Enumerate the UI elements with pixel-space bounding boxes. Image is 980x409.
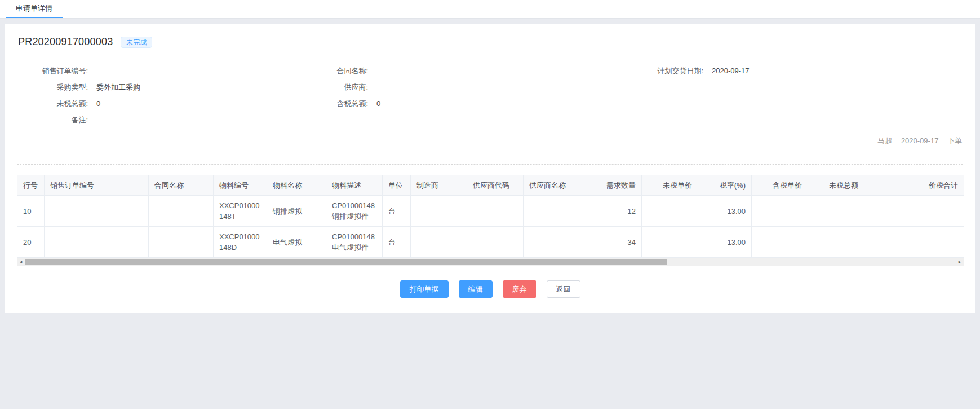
- table-cell: [467, 196, 524, 227]
- field-label: 采购类型:: [21, 82, 88, 93]
- creator-line: 马超 2020-09-17 下单: [17, 136, 963, 146]
- table-cell: [467, 227, 524, 258]
- field-purchase-type: 采购类型: 委外加工采购: [21, 79, 289, 95]
- creator-date: 2020-09-17: [901, 137, 939, 145]
- table-cell: 13.00: [698, 227, 752, 258]
- field-sales-order-no: 销售订单编号:: [21, 63, 289, 79]
- back-button[interactable]: 返回: [547, 280, 580, 298]
- discard-button[interactable]: 废弃: [503, 280, 536, 298]
- table-cell: 20: [17, 227, 45, 258]
- scrollbar-track[interactable]: [25, 258, 956, 266]
- column-header: 销售订单编号: [45, 175, 149, 196]
- field-remarks: 备注:: [21, 112, 289, 128]
- column-header: 物料名称: [267, 175, 326, 196]
- info-column-right: 计划交货日期: 2020-09-17: [627, 63, 963, 128]
- scrollbar-thumb[interactable]: [25, 259, 667, 265]
- field-label: 含税总额:: [289, 99, 368, 109]
- column-header: 合同名称: [149, 175, 214, 196]
- table-cell: [524, 196, 588, 227]
- action-button-row: 打印单据 编辑 废弃 返回: [17, 280, 963, 298]
- column-header: 单位: [383, 175, 411, 196]
- field-value: 委外加工采购: [96, 82, 140, 93]
- field-contract-name: 合同名称:: [289, 63, 627, 79]
- tab-label: 申请单详情: [16, 3, 52, 14]
- detail-card: PR20200917000003 未完成 销售订单编号: 采购类型: 委外加工采…: [5, 24, 975, 313]
- column-header: 物料描述: [326, 175, 383, 196]
- status-badge: 未完成: [121, 37, 152, 48]
- info-column-middle: 合同名称: 供应商: 含税总额: 0: [289, 63, 627, 128]
- table-cell: 台: [383, 196, 411, 227]
- table-cell: 13.00: [698, 196, 752, 227]
- tab-application-detail[interactable]: 申请单详情: [6, 0, 63, 18]
- info-column-left: 销售订单编号: 采购类型: 委外加工采购 未税总额: 0 备注:: [21, 63, 289, 128]
- field-supplier: 供应商:: [289, 79, 627, 95]
- field-value: 0: [96, 99, 100, 108]
- column-header: 未税单价: [642, 175, 698, 196]
- column-header: 供应商代码: [467, 175, 524, 196]
- field-taxed-total: 含税总额: 0: [289, 95, 627, 112]
- edit-button[interactable]: 编辑: [459, 280, 493, 298]
- table-cell: CP01000148电气虚拟件: [326, 227, 383, 258]
- column-header: 物料编号: [214, 175, 267, 196]
- page-title: PR20200917000003: [18, 36, 113, 48]
- title-row: PR20200917000003 未完成: [18, 36, 963, 48]
- field-planned-delivery-date: 计划交货日期: 2020-09-17: [627, 63, 963, 79]
- table-cell: [149, 227, 214, 258]
- table-cell: [524, 227, 588, 258]
- creator-action: 下单: [947, 137, 962, 145]
- field-label: 销售订单编号:: [21, 66, 88, 76]
- table-cell: 10: [17, 196, 45, 227]
- table-header-row: 行号销售订单编号合同名称物料编号物料名称物料描述单位制造商供应商代码供应商名称需…: [17, 175, 964, 196]
- scroll-left-arrow-icon[interactable]: ◂: [17, 258, 25, 266]
- table-cell: [411, 196, 467, 227]
- field-label: 备注:: [21, 115, 88, 125]
- column-header: 含税单价: [752, 175, 808, 196]
- table-cell: [864, 227, 964, 258]
- column-header: 需求数量: [588, 175, 642, 196]
- table-row[interactable]: 20XXCP01000148D电气虚拟CP01000148电气虚拟件台3413.…: [17, 227, 964, 258]
- table-cell: [864, 196, 964, 227]
- table-cell: [411, 227, 467, 258]
- column-header: 税率(%): [698, 175, 752, 196]
- table-cell: 铜排虚拟: [267, 196, 326, 227]
- table-cell: [752, 227, 808, 258]
- table-cell: [45, 196, 149, 227]
- creator-name: 马超: [877, 137, 892, 145]
- tab-bar: 申请单详情: [0, 0, 980, 19]
- field-value: 0: [376, 99, 380, 108]
- table-cell: [808, 196, 864, 227]
- scroll-right-arrow-icon[interactable]: ▸: [956, 258, 964, 266]
- horizontal-scrollbar[interactable]: ◂ ▸: [17, 258, 964, 266]
- field-label: 供应商:: [289, 82, 368, 93]
- table-cell: [149, 196, 214, 227]
- table-cell: [808, 227, 864, 258]
- field-value: 2020-09-17: [712, 67, 750, 75]
- table-cell: 电气虚拟: [267, 227, 326, 258]
- column-header: 行号: [17, 175, 45, 196]
- table-cell: [642, 196, 698, 227]
- table-cell: XXCP01000148T: [214, 196, 267, 227]
- table-row[interactable]: 10XXCP01000148T铜排虚拟CP01000148铜排虚拟件台1213.…: [17, 196, 964, 227]
- field-label: 计划交货日期:: [627, 66, 703, 76]
- column-header: 供应商名称: [524, 175, 588, 196]
- line-items-table: 行号销售订单编号合同名称物料编号物料名称物料描述单位制造商供应商代码供应商名称需…: [17, 175, 964, 258]
- column-header: 制造商: [411, 175, 467, 196]
- print-document-button[interactable]: 打印单据: [400, 280, 449, 298]
- field-label: 合同名称:: [289, 66, 368, 76]
- column-header: 价税合计: [864, 175, 964, 196]
- table-cell: [45, 227, 149, 258]
- field-label: 未税总额:: [21, 99, 88, 109]
- table-cell: 12: [588, 196, 642, 227]
- field-untaxed-total: 未税总额: 0: [21, 95, 289, 112]
- dashed-separator: [17, 164, 963, 165]
- table-cell: 34: [588, 227, 642, 258]
- table-cell: CP01000148铜排虚拟件: [326, 196, 383, 227]
- table-cell: 台: [383, 227, 411, 258]
- table-cell: XXCP01000148D: [214, 227, 267, 258]
- table-cell: [752, 196, 808, 227]
- column-header: 未税总额: [808, 175, 864, 196]
- table-cell: [642, 227, 698, 258]
- info-grid: 销售订单编号: 采购类型: 委外加工采购 未税总额: 0 备注: 合同名称:: [21, 63, 963, 128]
